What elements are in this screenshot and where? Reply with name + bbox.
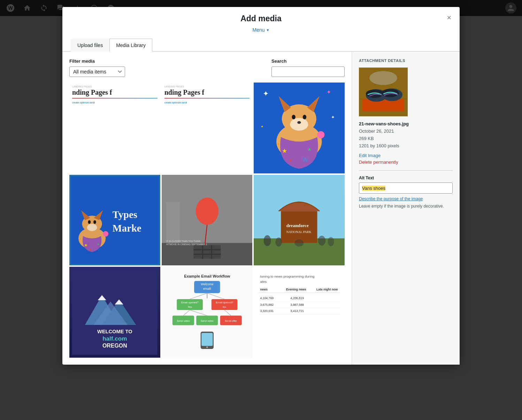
svg-text:Late night now: Late night now — [316, 288, 338, 291]
menu-dropdown[interactable]: Menu ▼ — [253, 27, 270, 33]
edit-image-link[interactable]: Edit Image — [359, 153, 453, 158]
svg-rect-46 — [166, 202, 180, 243]
svg-point-13 — [292, 115, 295, 119]
svg-text:Email opened?: Email opened? — [216, 301, 233, 304]
media-area: Filter media All media items Search — [62, 52, 352, 365]
alt-text-value: Vans shoes — [362, 186, 385, 191]
tab-media-library[interactable]: Media Library — [109, 39, 152, 52]
svg-text:email!: email! — [203, 287, 211, 290]
svg-text:Example Email Workflow: Example Email Workflow — [184, 274, 230, 278]
svg-text:ates: ates — [260, 280, 267, 283]
svg-point-57 — [328, 237, 334, 246]
svg-text:4,104,769: 4,104,769 — [260, 296, 274, 300]
svg-rect-92 — [201, 333, 213, 346]
svg-text:OREGON: OREGON — [102, 343, 127, 349]
add-media-modal: Add media × Menu ▼ Upload files Media Li… — [62, 7, 460, 365]
svg-text:half.com: half.com — [102, 336, 127, 342]
svg-text:Yes: Yes — [187, 305, 192, 309]
media-item[interactable]: ★ ▲ ♥ Types Marke — [69, 175, 160, 266]
svg-text:3,675,882: 3,675,882 — [260, 303, 274, 306]
attachment-details-sidebar: ATTACHMENT DETAILS — [352, 52, 460, 365]
svg-text:3,413,721: 3,413,721 — [291, 310, 304, 313]
svg-point-44 — [195, 197, 218, 225]
media-item[interactable]: Example Email Workflow Welcome email! Em… — [162, 267, 253, 358]
modal-tabs: Upload files Media Library — [62, 33, 460, 52]
menu-arrow-icon: ▼ — [266, 28, 270, 32]
media-item[interactable]: LANDING PAGES nding Pages f create-optim… — [162, 83, 253, 173]
media-grid: LANDING PAGES nding Pages f create-optim… — [69, 83, 345, 358]
close-button[interactable]: × — [444, 13, 454, 23]
svg-text:#ITMOVIE IN CINEMAS SEPTEMBER : #ITMOVIE IN CINEMAS SEPTEMBER 1 — [166, 243, 207, 246]
attachment-preview — [359, 68, 453, 116]
svg-point-119 — [369, 71, 397, 85]
svg-text:✦: ✦ — [331, 115, 335, 120]
svg-text:dreamforce: dreamforce — [286, 223, 309, 228]
svg-point-21 — [317, 131, 325, 138]
thumb-heading: LANDING PAGES — [72, 85, 158, 88]
svg-text:Email opened?: Email opened? — [181, 301, 198, 304]
delete-permanently-link[interactable]: Delete permanently — [359, 160, 453, 165]
svg-point-55 — [276, 238, 282, 247]
filter-select[interactable]: All media items — [69, 67, 125, 77]
svg-point-56 — [318, 235, 325, 246]
svg-text:Send video: Send video — [200, 319, 213, 322]
describe-note: Leave empty if the image is purely decor… — [359, 204, 444, 209]
svg-text:WELCOME TO: WELCOME TO — [97, 329, 132, 335]
filter-section: Filter media All media items — [69, 59, 125, 77]
svg-text:▲: ▲ — [307, 146, 312, 151]
svg-rect-39 — [193, 245, 221, 259]
thumb-url: create-optimize-landi — [164, 101, 250, 104]
attachment-filename: 21-new-vans-shoes.jpg — [359, 121, 453, 126]
media-item[interactable]: WELCOME TO half.com OREGON — [69, 267, 160, 358]
media-item[interactable]: dreamforce NATIONAL PARK — [254, 175, 345, 266]
thumb-title: nding Pages f — [72, 88, 158, 96]
thumb-url: create-optimize-landi — [72, 101, 158, 104]
svg-point-118 — [382, 89, 399, 97]
svg-text:★: ★ — [282, 148, 287, 154]
modal-title: Add media — [240, 14, 282, 23]
svg-point-54 — [264, 235, 271, 246]
svg-rect-36 — [69, 175, 160, 266]
svg-point-116 — [366, 90, 383, 98]
search-input[interactable] — [271, 67, 345, 77]
svg-text:4,206,819: 4,206,819 — [291, 296, 304, 300]
svg-text:IT IS CLOSER THAN YOU THINK.: IT IS CLOSER THAN YOU THINK. — [166, 240, 201, 242]
search-label: Search — [271, 59, 345, 64]
svg-text:tuning to news programming dur: tuning to news programming during — [260, 274, 315, 278]
describe-purpose-link[interactable]: Describe the purpose of the image — [359, 196, 453, 201]
attachment-date: October 26, 2021 269 KB 1201 by 1600 pix… — [359, 128, 453, 149]
media-item[interactable]: tuning to news programming during ates n… — [254, 267, 345, 358]
modal-body: Filter media All media items Search — [62, 52, 460, 365]
svg-point-15 — [297, 121, 301, 124]
svg-text:Evening news: Evening news — [286, 288, 306, 291]
svg-text:news: news — [260, 288, 268, 291]
media-item[interactable]: IT IS CLOSER THAN YOU THINK. #ITMOVIE IN… — [162, 175, 253, 266]
svg-text:✦: ✦ — [327, 89, 331, 95]
attachment-details-title: ATTACHMENT DETAILS — [359, 59, 453, 63]
svg-text:✦: ✦ — [263, 90, 269, 98]
tab-upload-files[interactable]: Upload files — [71, 39, 109, 52]
svg-point-14 — [303, 115, 306, 119]
svg-text:Send video: Send video — [177, 319, 190, 322]
menu-label: Menu — [253, 27, 265, 33]
svg-text:NATIONAL PARK: NATIONAL PARK — [286, 230, 312, 233]
svg-text:♥: ♥ — [289, 158, 292, 163]
thumb-heading: LANDING PAGES — [164, 85, 250, 88]
modal-overlay: Add media × Menu ▼ Upload files Media Li… — [0, 0, 522, 420]
search-section: Search — [271, 59, 345, 77]
filter-label: Filter media — [69, 59, 125, 64]
modal-menu: Menu ▼ — [62, 23, 460, 33]
thumb-title: nding Pages f — [164, 88, 250, 96]
media-item[interactable]: LANDING PAGES nding Pages f create-optim… — [69, 83, 160, 173]
svg-text:Welcome: Welcome — [201, 283, 213, 286]
alt-text-field[interactable]: Vans shoes — [359, 182, 453, 194]
svg-text:No: No — [223, 305, 226, 309]
media-item[interactable]: ✦ ✦ ✦ ✦ — [254, 83, 345, 173]
svg-text:3,987,588: 3,987,588 — [291, 303, 304, 306]
svg-rect-114 — [362, 99, 404, 111]
svg-text:Send offer: Send offer — [225, 319, 237, 322]
svg-text:W: W — [303, 157, 308, 163]
svg-text:✦: ✦ — [261, 125, 263, 129]
svg-point-93 — [206, 347, 208, 348]
svg-text:3,320,031: 3,320,031 — [260, 310, 274, 313]
